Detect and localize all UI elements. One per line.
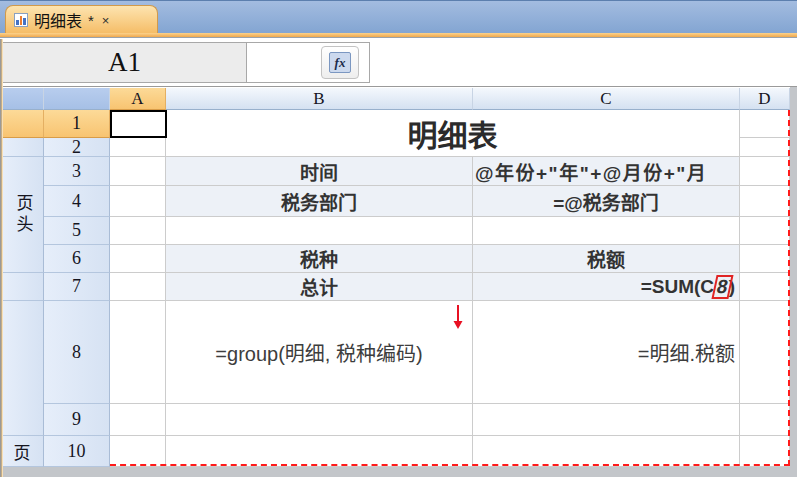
band-cell-rows8-9[interactable]	[3, 301, 44, 436]
cell-group-formula[interactable]: =group(明细, 税种编码)	[166, 301, 473, 404]
cell[interactable]	[110, 245, 166, 273]
cell[interactable]	[740, 110, 790, 138]
cell-tax-amount-label[interactable]: 税额	[473, 245, 740, 273]
cell-report-title[interactable]: 明细表	[166, 110, 740, 157]
cell-tax-type-label[interactable]: 税种	[166, 245, 473, 273]
cell-reference-box[interactable]: A1	[3, 43, 247, 82]
bottom-margin-strip	[0, 467, 797, 477]
cell[interactable]	[740, 245, 790, 273]
fx-icon: fx	[329, 52, 351, 73]
namebox-container: A1 fx	[2, 42, 370, 83]
tab-close-icon[interactable]: ×	[102, 13, 110, 28]
page-break-line-vertical	[788, 110, 790, 466]
column-header-c[interactable]: C	[473, 88, 740, 110]
row-header-5[interactable]: 5	[44, 217, 110, 245]
row-header-9[interactable]: 9	[44, 404, 110, 436]
band-cell-row2[interactable]	[3, 138, 44, 157]
cell[interactable]	[740, 436, 790, 467]
row-header-1[interactable]: 1	[44, 110, 110, 138]
cell[interactable]	[110, 157, 166, 186]
row-header-3[interactable]: 3	[44, 157, 110, 186]
right-margin-strip	[790, 87, 797, 477]
cell-time-formula[interactable]: @年份+"年"+@月份+"月	[473, 157, 740, 186]
cell-dept-label[interactable]: 税务部门	[166, 186, 473, 217]
sum-formula-prefix: =SUM(C	[641, 276, 714, 298]
select-all-corner[interactable]	[44, 88, 110, 110]
grid-top-border	[0, 86, 797, 87]
tab-label: 明细表	[34, 8, 82, 32]
row-header-2[interactable]: 2	[44, 138, 110, 157]
cell[interactable]	[110, 186, 166, 217]
cell[interactable]	[473, 436, 740, 467]
row-header-10[interactable]: 10	[44, 436, 110, 467]
cell[interactable]	[166, 217, 473, 245]
cell[interactable]	[740, 186, 790, 217]
cell[interactable]	[166, 404, 473, 436]
cell[interactable]	[473, 217, 740, 245]
cell[interactable]	[740, 301, 790, 404]
cell[interactable]	[740, 217, 790, 245]
cell-total-label[interactable]: 总计	[166, 273, 473, 301]
row-header-6[interactable]: 6	[44, 245, 110, 273]
column-header-b[interactable]: B	[166, 88, 473, 110]
cell-total-formula[interactable]: =SUM(C8)	[473, 273, 740, 301]
row-header-4[interactable]: 4	[44, 186, 110, 217]
tab-detail-sheet[interactable]: 明细表 * ×	[5, 5, 158, 34]
page-break-line-horizontal	[110, 464, 790, 466]
cell[interactable]	[110, 138, 166, 157]
cell-dept-formula[interactable]: =@税务部门	[473, 186, 740, 217]
cell[interactable]	[110, 301, 166, 404]
active-tab-underline	[0, 33, 797, 38]
column-header-d[interactable]: D	[740, 88, 790, 110]
cell-a1-selected[interactable]	[110, 110, 167, 138]
tab-bar: 明细表 * ×	[0, 0, 797, 33]
report-designer-window: 明细表 * × A1 fx A B C D 页头 页 1 2 3 4 5 6 7…	[0, 0, 797, 477]
cell[interactable]	[110, 436, 166, 467]
cell[interactable]	[110, 273, 166, 301]
left-window-edge	[0, 39, 3, 477]
expand-direction-arrow-icon	[450, 303, 466, 331]
tab-modified-marker: *	[88, 12, 94, 29]
cell[interactable]	[110, 404, 166, 436]
cell-amount-formula[interactable]: =明细.税额	[473, 301, 740, 404]
formula-bar: A1 fx	[0, 39, 797, 86]
cell-time-label[interactable]: 时间	[166, 157, 473, 186]
row-header-8[interactable]: 8	[44, 301, 110, 404]
insert-function-button[interactable]: fx	[321, 46, 359, 79]
band-cell-row1[interactable]	[3, 110, 44, 138]
band-cell-row7[interactable]	[3, 273, 44, 301]
cell[interactable]	[740, 404, 790, 436]
column-header-a[interactable]: A	[110, 88, 166, 110]
band-page-footer[interactable]: 页	[3, 436, 44, 467]
cell[interactable]	[166, 436, 473, 467]
band-column-header	[3, 88, 44, 110]
cell[interactable]	[740, 138, 790, 157]
sheet-chart-icon	[14, 13, 28, 27]
cell[interactable]	[740, 157, 790, 186]
cell[interactable]	[473, 404, 740, 436]
row-header-7[interactable]: 7	[44, 273, 110, 301]
cell[interactable]	[740, 273, 790, 301]
cell[interactable]	[110, 217, 166, 245]
band-page-header[interactable]: 页头	[3, 157, 44, 273]
